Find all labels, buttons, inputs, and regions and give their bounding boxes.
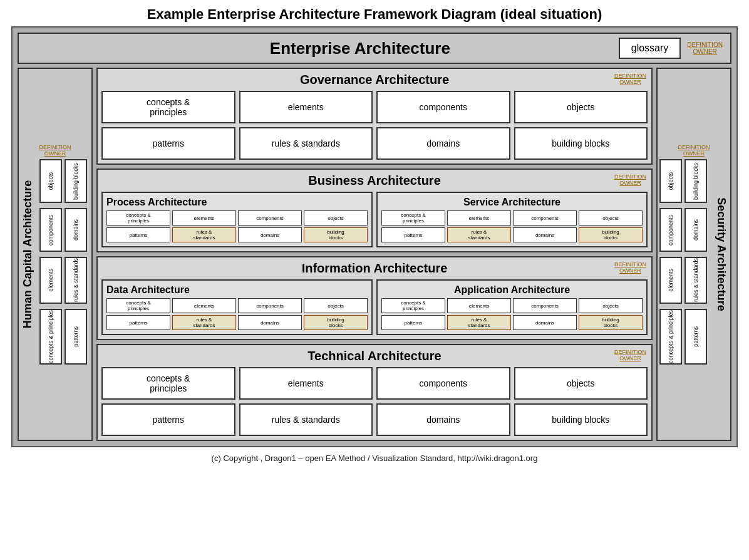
proc-box-0: concepts & principles bbox=[106, 210, 170, 226]
tech-box-2: components bbox=[376, 367, 510, 400]
svc-box-0: concepts & principles bbox=[381, 210, 445, 226]
hc-cell-components: components bbox=[39, 208, 62, 252]
svc-box-3: objects bbox=[579, 210, 643, 226]
information-section: DEFINITIONOWNER Information Architecture… bbox=[96, 256, 653, 340]
sec-cell-concepts: concepts & principles bbox=[659, 309, 682, 365]
ea-def-owner: DEFINITIONOWNER bbox=[687, 41, 723, 55]
governance-section: DEFINITIONOWNER Governance Architecture … bbox=[96, 68, 653, 165]
data-box-1: elements bbox=[172, 298, 236, 313]
glossary-box[interactable]: glossary bbox=[619, 38, 681, 59]
proc-box-1: elements bbox=[172, 210, 236, 226]
gov-box-1: elements bbox=[239, 91, 373, 123]
process-sub: Process Architecture concepts & principl… bbox=[101, 192, 373, 247]
tech-box-5: rules & standards bbox=[239, 403, 373, 436]
proc-box-5: rules & standards bbox=[172, 227, 236, 242]
tech-box-6: domains bbox=[376, 403, 510, 436]
tech-box-1: elements bbox=[239, 367, 373, 400]
data-sub: Data Architecture concepts & principles … bbox=[101, 279, 373, 335]
sec-cell-domains: domains bbox=[684, 208, 707, 252]
hc-def-owner: DEFINITIONOWNER bbox=[39, 144, 71, 157]
information-title: Information Architecture bbox=[101, 261, 648, 276]
human-capital-sidebar: DEFINITIONOWNER objects building blocks … bbox=[18, 68, 93, 441]
proc-box-3: objects bbox=[304, 210, 368, 226]
page-title: Example Enterprise Architecture Framewor… bbox=[0, 0, 749, 26]
svc-box-7: building blocks bbox=[579, 227, 643, 242]
hc-cell-building-blocks: building blocks bbox=[65, 159, 87, 203]
tech-box-7: building blocks bbox=[514, 403, 648, 436]
gov-box-7: building blocks bbox=[514, 127, 648, 160]
service-title: Service Architecture bbox=[381, 197, 643, 208]
svc-box-6: domains bbox=[513, 227, 577, 242]
proc-box-7: building blocks bbox=[304, 227, 368, 242]
hc-cell-objects: objects bbox=[39, 159, 62, 203]
data-box-6: domains bbox=[238, 315, 302, 330]
data-box-4: patterns bbox=[106, 315, 170, 330]
app-box-1: elements bbox=[447, 298, 511, 313]
tech-box-4: patterns bbox=[101, 403, 235, 436]
gov-box-6: domains bbox=[376, 127, 510, 160]
main-container: Enterprise Architecture glossary DEFINIT… bbox=[11, 26, 738, 447]
tech-box-0: concepts & principles bbox=[101, 367, 235, 400]
tech-box-3: objects bbox=[514, 367, 648, 400]
application-title: Application Architecture bbox=[381, 284, 643, 296]
app-box-2: components bbox=[513, 298, 577, 313]
app-box-7: building blocks bbox=[579, 315, 643, 330]
sec-cell-objects: objects bbox=[659, 159, 682, 203]
data-box-0: concepts & principles bbox=[106, 298, 170, 313]
ea-title: Enterprise Architecture bbox=[101, 39, 619, 58]
sec-cell-patterns: patterns bbox=[684, 309, 707, 365]
technical-section: DEFINITIONOWNER Technical Architecture c… bbox=[96, 344, 653, 441]
hc-cell-concepts: concepts & principles bbox=[39, 309, 62, 365]
sec-cell-building-blocks: building blocks bbox=[684, 159, 707, 203]
footer: (c) Copyright , Dragon1 – open EA Method… bbox=[212, 447, 538, 465]
gov-box-4: patterns bbox=[101, 127, 235, 160]
information-def-owner: DEFINITIONOWNER bbox=[614, 261, 646, 274]
proc-box-6: domains bbox=[238, 227, 302, 242]
hc-cell-domains: domains bbox=[65, 208, 87, 252]
proc-box-4: patterns bbox=[106, 227, 170, 242]
application-sub: Application Architecture concepts & prin… bbox=[376, 279, 648, 335]
svc-box-2: components bbox=[513, 210, 577, 226]
business-section: DEFINITIONOWNER Business Architecture Pr… bbox=[96, 169, 653, 252]
svc-box-4: patterns bbox=[381, 227, 445, 242]
business-title: Business Architecture bbox=[101, 174, 648, 188]
hc-cell-elements: elements bbox=[39, 257, 62, 303]
sec-title: Security Architecture bbox=[715, 197, 728, 311]
gov-box-5: rules & standards bbox=[239, 127, 373, 160]
gov-box-2: components bbox=[376, 91, 510, 123]
app-box-4: patterns bbox=[381, 315, 445, 330]
data-box-3: objects bbox=[304, 298, 368, 313]
app-box-6: domains bbox=[513, 315, 577, 330]
hc-cell-rules-standards: rules & standards bbox=[65, 257, 87, 303]
hc-cell-patterns: patterns bbox=[65, 309, 87, 365]
app-box-0: concepts & principles bbox=[381, 298, 445, 313]
ea-top-bar: Enterprise Architecture glossary DEFINIT… bbox=[18, 33, 731, 64]
data-box-5: rules & standards bbox=[172, 315, 236, 330]
svc-box-5: rules & standards bbox=[447, 227, 511, 242]
governance-def-owner: DEFINITIONOWNER bbox=[614, 73, 646, 85]
technical-def-owner: DEFINITIONOWNER bbox=[614, 349, 646, 361]
app-box-5: rules & standards bbox=[447, 315, 511, 330]
sec-def-owner: DEFINITIONOWNER bbox=[678, 144, 710, 157]
sec-cell-elements: elements bbox=[659, 257, 682, 303]
svc-box-1: elements bbox=[447, 210, 511, 226]
data-box-7: building blocks bbox=[304, 315, 368, 330]
security-sidebar: DEFINITIONOWNER objects building blocks … bbox=[656, 68, 731, 441]
app-box-3: objects bbox=[579, 298, 643, 313]
governance-title: Governance Architecture bbox=[101, 73, 648, 87]
technical-title: Technical Architecture bbox=[101, 349, 648, 363]
process-title: Process Architecture bbox=[106, 197, 368, 208]
data-box-2: components bbox=[238, 298, 302, 313]
gov-box-0: concepts & principles bbox=[101, 91, 235, 123]
gov-box-3: objects bbox=[514, 91, 648, 123]
hc-title: Human Capital Architecture bbox=[21, 180, 34, 328]
business-def-owner: DEFINITIONOWNER bbox=[614, 174, 646, 186]
sec-cell-rules-standards: rules & standards bbox=[684, 257, 707, 303]
sec-cell-components: components bbox=[659, 208, 682, 252]
service-sub: Service Architecture concepts & principl… bbox=[376, 192, 648, 247]
data-title: Data Architecture bbox=[106, 284, 368, 296]
proc-box-2: components bbox=[238, 210, 302, 226]
